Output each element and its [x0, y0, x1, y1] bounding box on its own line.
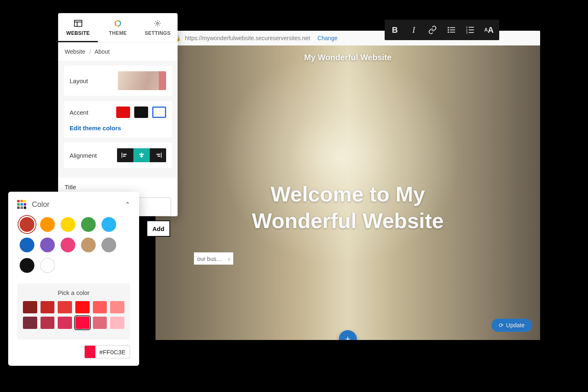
- edit-theme-colors-link[interactable]: Edit theme colors: [70, 125, 121, 131]
- tab-website[interactable]: WEBSITE: [58, 13, 98, 42]
- title-section: Title: [58, 178, 178, 193]
- layout-label: Layout: [70, 77, 88, 84]
- palette-color[interactable]: [61, 217, 75, 232]
- layout-setting: Layout ›: [64, 66, 172, 96]
- add-button[interactable]: Add: [146, 220, 170, 237]
- palette-color[interactable]: [101, 217, 116, 232]
- preview-body[interactable]: My Wonderful Website Welcome to My Wonde…: [155, 45, 540, 340]
- breadcrumb-separator: /: [89, 48, 91, 55]
- shade-label: Pick a color: [23, 289, 124, 296]
- site-name: My Wonderful Website: [304, 53, 392, 62]
- hex-input[interactable]: #FF0C3E: [84, 345, 130, 358]
- svg-text:3: 3: [466, 31, 468, 34]
- refresh-icon: ⟳: [499, 322, 504, 329]
- hex-swatch: [85, 346, 95, 358]
- chevron-right-icon: ›: [162, 77, 164, 84]
- hex-value: #FF0C3E: [95, 349, 130, 356]
- chevron-up-icon[interactable]: ⌃: [125, 201, 130, 208]
- shade-color[interactable]: [110, 317, 124, 329]
- shade-panel: Pick a color: [17, 283, 130, 340]
- color-picker-header[interactable]: Color ⌃: [8, 192, 139, 215]
- theme-icon: [114, 20, 122, 27]
- bold-button[interactable]: B: [386, 22, 403, 38]
- accent-swatch-red[interactable]: [116, 106, 130, 118]
- align-center-button[interactable]: [133, 148, 150, 162]
- palette-color[interactable]: [20, 258, 34, 273]
- text-size-button[interactable]: AA: [480, 22, 498, 38]
- shade-color[interactable]: [23, 301, 37, 313]
- svg-rect-18: [123, 154, 127, 155]
- shade-color[interactable]: [58, 301, 72, 313]
- svg-rect-5: [450, 32, 455, 33]
- tagline-placeholder: our bus…: [197, 256, 222, 262]
- sidebar-tabs: WEBSITE THEME SETTINGS: [58, 13, 178, 43]
- svg-rect-11: [469, 32, 474, 33]
- shade-color[interactable]: [75, 301, 90, 313]
- shade-color[interactable]: [41, 317, 55, 329]
- svg-rect-1: [450, 27, 455, 28]
- shade-color[interactable]: [41, 301, 55, 313]
- alignment-group: [117, 148, 166, 162]
- shade-grid: [23, 301, 124, 329]
- alignment-setting: Alignment: [64, 143, 172, 168]
- svg-point-15: [115, 20, 121, 26]
- shade-color[interactable]: [93, 317, 107, 329]
- preview-canvas: 🔒 https://mywonderfulwebsite.secureserve…: [155, 31, 540, 340]
- italic-button[interactable]: I: [405, 22, 422, 38]
- shade-color[interactable]: [75, 317, 90, 329]
- svg-rect-9: [469, 29, 474, 30]
- palette-color[interactable]: [61, 238, 75, 252]
- align-right-button[interactable]: [150, 148, 166, 162]
- palette-color[interactable]: [81, 217, 96, 232]
- palette-color[interactable]: [101, 238, 116, 252]
- palette-color[interactable]: [20, 238, 34, 252]
- color-grid-icon: [17, 200, 26, 209]
- gear-icon: [153, 20, 162, 27]
- update-label: Update: [506, 322, 525, 329]
- palette-color[interactable]: [40, 217, 55, 232]
- accent-label: Accent: [70, 109, 88, 116]
- color-picker-popup: Color ⌃ Pick a color #FF0C3E: [8, 192, 139, 366]
- accent-setting: Accent Edit theme colors: [64, 101, 172, 138]
- link-button[interactable]: [424, 22, 441, 38]
- layout-thumbnail[interactable]: ›: [118, 71, 166, 90]
- svg-point-0: [448, 27, 449, 29]
- svg-rect-7: [469, 27, 474, 28]
- tab-settings[interactable]: SETTINGS: [138, 13, 178, 42]
- hero-title[interactable]: Welcome to My Wonderful Website: [252, 181, 444, 234]
- shade-color[interactable]: [110, 301, 124, 313]
- panel-body: Layout › Accent Edit theme colors Alignm…: [58, 61, 178, 178]
- title-label: Title: [65, 184, 76, 190]
- editor-sidebar: WEBSITE THEME SETTINGS Website / About L…: [58, 13, 178, 216]
- tab-label: SETTINGS: [145, 30, 171, 36]
- svg-rect-23: [161, 153, 162, 158]
- accent-swatches: [116, 106, 166, 118]
- palette-color[interactable]: [20, 217, 34, 232]
- hero-line-1: Welcome to My: [252, 181, 444, 208]
- shade-color[interactable]: [93, 301, 107, 313]
- svg-rect-17: [122, 153, 122, 158]
- palette-color[interactable]: [81, 238, 96, 252]
- accent-swatch-white[interactable]: [152, 106, 166, 118]
- tagline-row[interactable]: our bus… ›: [194, 252, 233, 265]
- breadcrumb-root[interactable]: Website: [65, 48, 85, 55]
- update-button[interactable]: ⟳ Update: [491, 319, 532, 332]
- change-url-link[interactable]: Change: [318, 35, 338, 41]
- svg-rect-19: [123, 156, 126, 157]
- bullet-list-button[interactable]: [443, 22, 460, 38]
- svg-rect-25: [158, 156, 160, 157]
- color-picker-title: Color: [32, 200, 50, 209]
- align-left-button[interactable]: [117, 148, 133, 162]
- website-icon: [74, 20, 82, 27]
- hex-row: #FF0C3E: [8, 340, 139, 358]
- tab-theme[interactable]: THEME: [98, 13, 137, 42]
- numbered-list-button[interactable]: 123: [462, 22, 479, 38]
- accent-swatch-black[interactable]: [134, 106, 148, 118]
- shade-color[interactable]: [58, 317, 72, 329]
- breadcrumb: Website / About: [58, 43, 178, 61]
- palette-color[interactable]: [40, 258, 55, 273]
- svg-rect-22: [140, 156, 143, 157]
- svg-rect-24: [156, 154, 160, 155]
- palette-color[interactable]: [40, 238, 55, 252]
- shade-color[interactable]: [23, 317, 37, 329]
